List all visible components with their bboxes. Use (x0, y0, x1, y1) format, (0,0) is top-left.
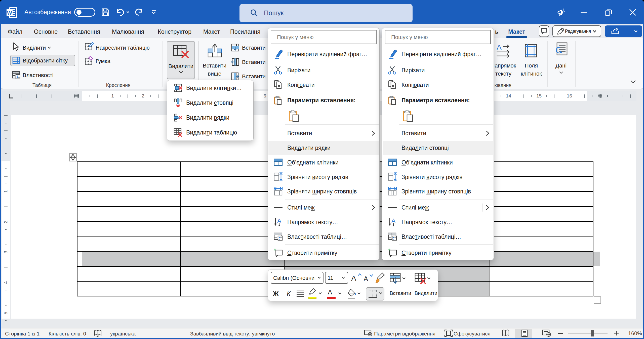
svg-text:А: А (497, 43, 502, 51)
svg-text:A: A (391, 217, 395, 224)
svg-text:A: A (277, 217, 281, 224)
svg-text:W: W (7, 10, 12, 16)
